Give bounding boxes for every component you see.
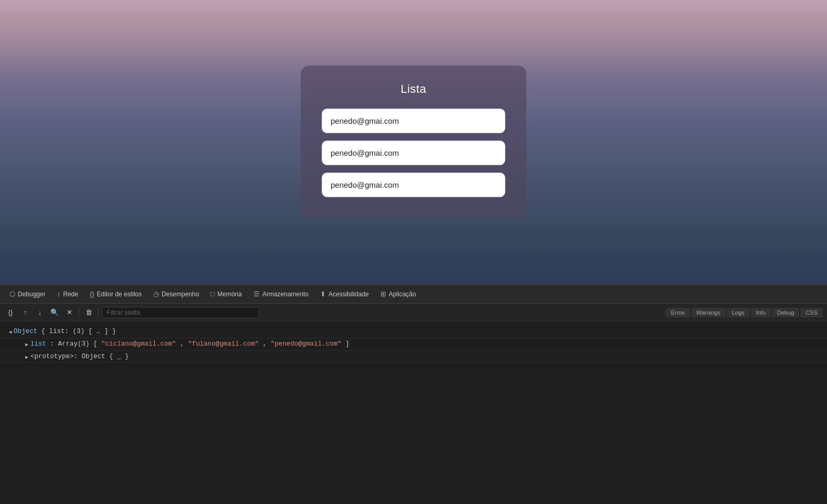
devtools-tabs: ⬡ Debugger ↕ Rede {} Editor de estilos ◷… bbox=[0, 285, 827, 304]
tab-memoria[interactable]: □ Memória bbox=[205, 288, 247, 300]
log-level-info[interactable]: Info bbox=[751, 308, 771, 317]
tab-aplicacao-label: Aplicação bbox=[389, 291, 416, 298]
up-button[interactable]: ↑ bbox=[19, 306, 31, 319]
aplicacao-icon: ⊞ bbox=[380, 290, 386, 298]
console-text-array: list : Array(3) [ "ciclano@gmail.com" , … bbox=[30, 339, 823, 349]
console-line-array[interactable]: ▶ list : Array(3) [ "ciclano@gmail.com" … bbox=[0, 338, 827, 351]
console-text-object: Object { list: (3) [ … ] } bbox=[14, 327, 823, 337]
armazenamento-icon: ☰ bbox=[253, 290, 260, 298]
tab-memoria-label: Memória bbox=[217, 291, 242, 298]
email-input-1[interactable] bbox=[322, 109, 505, 133]
tab-armazenamento[interactable]: ☰ Armazenamento bbox=[248, 288, 314, 300]
log-level-warnings[interactable]: Warnings bbox=[691, 308, 726, 317]
modal-title: Lista bbox=[322, 82, 505, 96]
desempenho-icon: ◷ bbox=[153, 290, 159, 298]
modal-card: Lista bbox=[301, 66, 526, 218]
filter-input[interactable] bbox=[102, 307, 259, 318]
email-input-2[interactable] bbox=[322, 141, 505, 165]
console-output: ▼ Object { list: (3) [ … ] } ▶ list : Ar… bbox=[0, 321, 827, 504]
log-level-buttons: Erros Warnings Logs Info Debug CSS bbox=[665, 308, 823, 317]
rede-icon: ↕ bbox=[57, 290, 61, 298]
console-line-object[interactable]: ▼ Object { list: (3) [ … ] } bbox=[0, 326, 827, 338]
console-line-proto[interactable]: ▶ <prototype>: Object { _ } bbox=[0, 351, 827, 363]
app-area: Lista bbox=[0, 0, 827, 284]
expand-arrow-proto: ▶ bbox=[25, 353, 28, 361]
down-button[interactable]: ↓ bbox=[34, 306, 46, 319]
console-text-proto: <prototype>: Object { _ } bbox=[30, 352, 823, 362]
expand-arrow-array: ▶ bbox=[25, 341, 28, 349]
tab-acessibilidade[interactable]: ⬆ Acessibilidade bbox=[315, 288, 374, 300]
log-level-css[interactable]: CSS bbox=[800, 308, 823, 317]
log-level-debug[interactable]: Debug bbox=[772, 308, 799, 317]
memoria-icon: □ bbox=[210, 290, 215, 298]
log-level-logs[interactable]: Logs bbox=[727, 308, 750, 317]
debugger-icon: ⬡ bbox=[9, 290, 15, 298]
tab-acessibilidade-label: Acessibilidade bbox=[328, 291, 369, 298]
toolbar-separator bbox=[79, 307, 79, 318]
expand-arrow-object: ▼ bbox=[6, 330, 14, 334]
zoom-button[interactable]: 🔍 bbox=[48, 306, 61, 319]
devtools-toolbar: {} ↑ ↓ 🔍 ✕ 🗑 Erros Warnings Logs Info De… bbox=[0, 304, 827, 321]
tab-armazenamento-label: Armazenamento bbox=[262, 291, 309, 298]
acessibilidade-icon: ⬆ bbox=[320, 290, 326, 298]
tab-editor-label: Editor de estilos bbox=[97, 291, 142, 298]
tab-rede[interactable]: ↕ Rede bbox=[52, 288, 83, 300]
tab-aplicacao[interactable]: ⊞ Aplicação bbox=[375, 288, 421, 300]
tab-editor-estilos[interactable]: {} Editor de estilos bbox=[84, 288, 147, 300]
devtools-panel: ⬡ Debugger ↕ Rede {} Editor de estilos ◷… bbox=[0, 284, 827, 504]
tab-debugger[interactable]: ⬡ Debugger bbox=[4, 288, 51, 300]
tab-rede-label: Rede bbox=[63, 291, 78, 298]
email-input-3[interactable] bbox=[322, 173, 505, 197]
format-button[interactable]: {} bbox=[4, 306, 17, 319]
tab-desempenho[interactable]: ◷ Desempenho bbox=[148, 288, 204, 300]
toolbar-separator-2 bbox=[98, 307, 99, 318]
tab-desempenho-label: Desempenho bbox=[162, 291, 199, 298]
close-button[interactable]: ✕ bbox=[63, 306, 76, 319]
tab-debugger-label: Debugger bbox=[18, 291, 46, 298]
trash-button[interactable]: 🗑 bbox=[82, 306, 95, 319]
log-level-erros[interactable]: Erros bbox=[665, 308, 690, 317]
editor-icon: {} bbox=[90, 290, 94, 298]
